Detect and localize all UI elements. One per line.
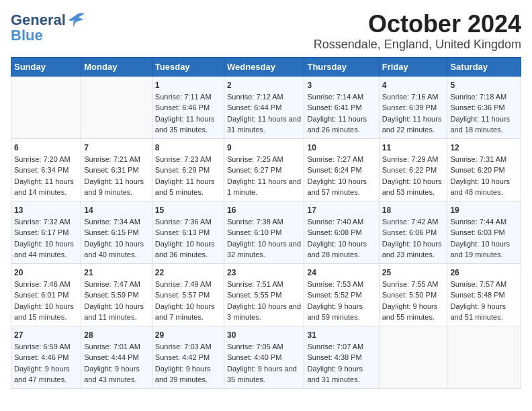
sunrise-text: Sunrise: 7:32 AM — [14, 218, 71, 226]
day-number: 1 — [155, 79, 221, 91]
calendar-cell: 4 Sunrise: 7:16 AM Sunset: 6:39 PM Dayli… — [379, 76, 447, 138]
day-number: 19 — [450, 204, 518, 216]
sunset-text: Sunset: 6:06 PM — [382, 228, 437, 236]
sunrise-text: Sunrise: 7:29 AM — [382, 155, 439, 163]
calendar-cell: 29 Sunrise: 7:03 AM Sunset: 4:42 PM Dayl… — [152, 326, 224, 388]
calendar-cell: 25 Sunrise: 7:55 AM Sunset: 5:50 PM Dayl… — [379, 263, 447, 326]
day-number: 17 — [307, 204, 375, 216]
sunrise-text: Sunrise: 7:42 AM — [382, 218, 439, 226]
daylight-text: Daylight: 11 hours and 31 minutes. — [227, 115, 301, 134]
header-wednesday: Wednesday — [224, 57, 304, 76]
calendar-cell — [447, 326, 521, 388]
calendar-header-row: Sunday Monday Tuesday Wednesday Thursday… — [11, 57, 521, 76]
day-number: 10 — [307, 142, 375, 154]
calendar-cell: 22 Sunrise: 7:49 AM Sunset: 5:57 PM Dayl… — [152, 263, 224, 326]
sunrise-text: Sunrise: 7:38 AM — [227, 218, 283, 226]
calendar-cell: 10 Sunrise: 7:27 AM Sunset: 6:24 PM Dayl… — [304, 138, 379, 201]
daylight-text: Daylight: 11 hours and 9 minutes. — [84, 177, 144, 197]
daylight-text: Daylight: 9 hours and 43 minutes. — [84, 365, 140, 384]
sunset-text: Sunset: 6:08 PM — [307, 228, 361, 236]
sunset-text: Sunset: 6:27 PM — [227, 166, 281, 174]
title-block: October 2024 Rossendale, England, United… — [314, 11, 521, 52]
sunset-text: Sunset: 6:03 PM — [450, 228, 504, 236]
sunrise-text: Sunrise: 7:25 AM — [227, 155, 283, 163]
sunset-text: Sunset: 6:10 PM — [227, 228, 281, 236]
calendar-cell: 19 Sunrise: 7:44 AM Sunset: 6:03 PM Dayl… — [447, 201, 521, 263]
sunrise-text: Sunrise: 7:31 AM — [450, 155, 506, 163]
sunrise-text: Sunrise: 7:49 AM — [155, 280, 212, 288]
sunrise-text: Sunrise: 7:05 AM — [227, 342, 283, 351]
daylight-text: Daylight: 11 hours and 1 minute. — [227, 177, 301, 197]
day-number: 15 — [155, 204, 221, 216]
daylight-text: Daylight: 11 hours and 5 minutes. — [155, 177, 215, 197]
day-number: 16 — [227, 204, 301, 216]
sunset-text: Sunset: 6:13 PM — [155, 228, 210, 236]
daylight-text: Daylight: 10 hours and 48 minutes. — [450, 177, 510, 197]
daylight-text: Daylight: 11 hours and 18 minutes. — [450, 115, 510, 134]
header-friday: Friday — [379, 57, 447, 76]
calendar-week-row: 27 Sunrise: 6:59 AM Sunset: 4:46 PM Dayl… — [11, 326, 521, 388]
sunrise-text: Sunrise: 7:01 AM — [84, 342, 140, 351]
sunset-text: Sunset: 5:48 PM — [450, 291, 504, 299]
calendar-cell: 14 Sunrise: 7:34 AM Sunset: 6:15 PM Dayl… — [81, 201, 152, 263]
daylight-text: Daylight: 10 hours and 57 minutes. — [307, 177, 367, 197]
calendar-cell — [81, 76, 152, 138]
day-number: 6 — [14, 142, 78, 154]
sunrise-text: Sunrise: 7:23 AM — [155, 155, 212, 163]
calendar-week-row: 6 Sunrise: 7:20 AM Sunset: 6:34 PM Dayli… — [11, 138, 521, 201]
logo-blue: Blue — [11, 27, 43, 44]
daylight-text: Daylight: 10 hours and 7 minutes. — [155, 302, 215, 322]
daylight-text: Daylight: 10 hours and 53 minutes. — [382, 177, 442, 197]
day-number: 14 — [84, 204, 149, 216]
sunset-text: Sunset: 6:24 PM — [307, 166, 361, 174]
calendar-cell: 15 Sunrise: 7:36 AM Sunset: 6:13 PM Dayl… — [152, 201, 224, 263]
calendar-week-row: 20 Sunrise: 7:46 AM Sunset: 6:01 PM Dayl… — [11, 263, 521, 326]
sunset-text: Sunset: 6:36 PM — [450, 103, 504, 111]
logo-bird-icon — [67, 11, 86, 30]
sunset-text: Sunset: 6:39 PM — [382, 103, 437, 111]
daylight-text: Daylight: 11 hours and 14 minutes. — [14, 177, 74, 197]
sunset-text: Sunset: 6:34 PM — [14, 166, 69, 174]
sunrise-text: Sunrise: 7:12 AM — [227, 93, 283, 101]
sunset-text: Sunset: 6:17 PM — [14, 228, 69, 236]
daylight-text: Daylight: 10 hours and 11 minutes. — [84, 302, 144, 322]
sunset-text: Sunset: 6:22 PM — [382, 166, 437, 174]
sunrise-text: Sunrise: 7:20 AM — [14, 155, 71, 163]
sunrise-text: Sunrise: 7:47 AM — [84, 280, 140, 288]
day-number: 4 — [382, 79, 445, 91]
daylight-text: Daylight: 10 hours and 44 minutes. — [14, 240, 74, 259]
sunset-text: Sunset: 5:59 PM — [84, 291, 138, 299]
header-sunday: Sunday — [11, 57, 81, 76]
daylight-text: Daylight: 10 hours and 36 minutes. — [155, 240, 215, 259]
daylight-text: Daylight: 10 hours and 15 minutes. — [14, 302, 74, 322]
day-number: 20 — [14, 267, 78, 279]
header-thursday: Thursday — [304, 57, 379, 76]
day-number: 2 — [227, 79, 301, 91]
daylight-text: Daylight: 10 hours and 19 minutes. — [450, 240, 510, 259]
calendar-cell: 17 Sunrise: 7:40 AM Sunset: 6:08 PM Dayl… — [304, 201, 379, 263]
day-number: 31 — [307, 329, 375, 341]
daylight-text: Daylight: 10 hours and 23 minutes. — [382, 240, 442, 259]
sunset-text: Sunset: 5:50 PM — [382, 291, 437, 299]
sunrise-text: Sunrise: 7:14 AM — [307, 93, 363, 101]
day-number: 30 — [227, 329, 301, 341]
calendar-cell: 5 Sunrise: 7:18 AM Sunset: 6:36 PM Dayli… — [447, 76, 521, 138]
calendar-cell: 3 Sunrise: 7:14 AM Sunset: 6:41 PM Dayli… — [304, 76, 379, 138]
calendar-cell: 6 Sunrise: 7:20 AM Sunset: 6:34 PM Dayli… — [11, 138, 81, 201]
sunrise-text: Sunrise: 7:53 AM — [307, 280, 363, 288]
header-monday: Monday — [81, 57, 152, 76]
sunrise-text: Sunrise: 7:11 AM — [155, 93, 212, 101]
day-number: 29 — [155, 329, 221, 341]
daylight-text: Daylight: 11 hours and 35 minutes. — [155, 115, 215, 134]
calendar-cell: 31 Sunrise: 7:07 AM Sunset: 4:38 PM Dayl… — [304, 326, 379, 388]
calendar-cell: 2 Sunrise: 7:12 AM Sunset: 6:44 PM Dayli… — [224, 76, 304, 138]
day-number: 28 — [84, 329, 149, 341]
day-number: 24 — [307, 267, 375, 279]
sunset-text: Sunset: 5:57 PM — [155, 291, 210, 299]
sunset-text: Sunset: 4:44 PM — [84, 353, 138, 361]
calendar-cell: 7 Sunrise: 7:21 AM Sunset: 6:31 PM Dayli… — [81, 138, 152, 201]
calendar-cell: 11 Sunrise: 7:29 AM Sunset: 6:22 PM Dayl… — [379, 138, 447, 201]
day-number: 26 — [450, 267, 518, 279]
calendar-cell: 18 Sunrise: 7:42 AM Sunset: 6:06 PM Dayl… — [379, 201, 447, 263]
sunset-text: Sunset: 6:41 PM — [307, 103, 361, 111]
